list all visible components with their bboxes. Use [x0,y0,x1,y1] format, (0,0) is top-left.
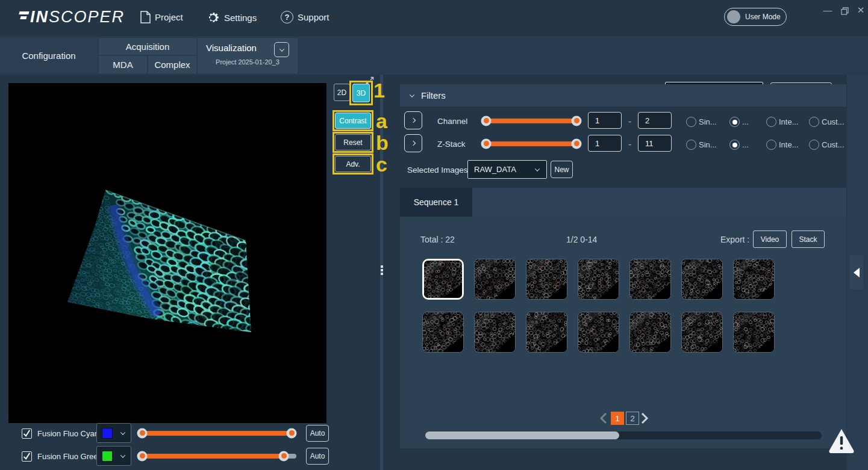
tab-acquisition[interactable]: Acquisition [99,38,196,55]
channel-green-color-dropdown[interactable] [96,446,131,466]
thumbnail-12[interactable] [681,312,723,353]
thumbnail-image [423,312,463,352]
3d-render-viewport[interactable] [8,83,326,423]
zstack-range-slider[interactable] [481,134,581,153]
radio-interval[interactable] [766,140,776,150]
channel-from-input[interactable]: 1 [588,112,622,129]
minimize-button[interactable]: — [821,4,834,17]
menu-settings[interactable]: Settings [206,11,257,25]
tab-bar: Configuration Acquisition MDA Complex Vi… [0,36,868,75]
radio-single[interactable] [686,140,696,150]
thumbnail-6[interactable] [733,259,775,300]
visualization-dropdown-button[interactable] [274,42,289,57]
selected-images-label: Selected Images [407,165,468,175]
annotation-label-b: b [376,132,389,153]
selected-images-value: RAW_DATA [474,165,516,174]
logo-bars-icon [19,11,30,24]
collapse-panel-handle[interactable] [850,255,863,289]
user-mode-knob [727,10,740,23]
tab-complex[interactable]: Complex [148,56,196,73]
thumbnail-image [734,259,774,299]
channel-green-checkbox[interactable] [22,451,32,462]
new-image-set-button[interactable]: New [551,161,573,178]
tab-visualization-label: Visualization [206,43,257,53]
thumbnail-10[interactable] [578,312,619,353]
zstack-expand-button[interactable] [404,134,422,152]
filters-title: Filters [421,90,446,100]
page-info-label: 1/2 0-14 [566,235,597,244]
visualization-project-label: Project 2025-01-20_3 [198,58,298,66]
channel-cyan-auto-button[interactable]: Auto [306,425,329,442]
export-stack-button[interactable]: Stack [792,230,825,248]
channel-cyan-checkbox[interactable] [22,428,32,439]
thumbnail-11[interactable] [629,312,671,353]
channel-filter-label: Channel [437,117,467,126]
zstack-filter-label: Z-Stack [437,140,466,149]
close-button[interactable]: ✕ [854,4,867,17]
page-button-2[interactable]: 2 [626,412,639,425]
page-button-1[interactable]: 1 [611,412,624,425]
thumbnail-2[interactable] [526,259,567,300]
tab-configuration[interactable]: Configuration [0,38,98,73]
thumbnail-1[interactable] [474,259,516,300]
divider-grip-icon[interactable] [379,265,384,275]
selected-images-dropdown[interactable]: RAW_DATA [467,160,547,179]
channel-green-auto-button[interactable]: Auto [306,448,329,465]
thumbnail-image [526,312,567,352]
thumbnail-9[interactable] [526,312,567,353]
channel-cyan-level-slider[interactable] [137,423,296,443]
restore-button[interactable] [838,5,851,19]
menu-project-label: Project [155,12,183,22]
radio-all[interactable] [729,117,740,127]
thumbnail-image [424,261,462,298]
thumbnail-4[interactable] [629,259,671,300]
pagination-next[interactable] [640,412,649,427]
scrollbar-thumb[interactable] [425,431,619,439]
channel-to-input[interactable]: 2 [638,112,672,129]
thumbnail-image [734,312,774,352]
thumbnail-3[interactable] [578,259,619,300]
pagination-prev[interactable] [599,412,608,427]
channel-range-slider[interactable] [481,111,581,131]
zstack-from-input[interactable]: 1 [588,135,622,152]
view-2d-button[interactable]: 2D [334,84,350,101]
thumbnail-image [630,259,670,299]
horizontal-scrollbar[interactable] [425,431,822,439]
chevron-down-icon [535,166,540,171]
annotation-box-1 [349,81,373,105]
menu-project[interactable]: Project [140,11,183,23]
user-mode-toggle[interactable]: User Mode [724,8,787,26]
channel-cyan-label: Fusion Fluo Cyan [37,429,99,438]
tab-sequence-1[interactable]: Sequence 1 [400,188,472,217]
export-label: Export : [720,235,749,244]
export-video-button[interactable]: Video [753,230,787,248]
thumbnail-13[interactable] [733,312,775,353]
radio-custom[interactable] [809,140,819,150]
thumbnail-image [630,312,670,352]
thumbnail-5[interactable] [681,259,723,300]
radio-interval[interactable] [766,117,776,127]
menu-support[interactable]: ? Support [281,11,329,23]
thumbnail-image [475,312,515,352]
range-dash: - [628,116,631,127]
annotation-box-c [333,153,373,175]
channel-cyan-color-dropdown[interactable] [96,423,131,443]
inscoper-app-window: INSCOPER Project Settings ? Support User… [0,0,868,470]
thumbnail-0[interactable] [422,259,464,300]
tab-mda[interactable]: MDA [99,56,147,73]
radio-single-label: Sin... [699,117,717,126]
radio-single[interactable] [686,117,696,127]
tab-visualization[interactable]: Visualization Project 2025-01-20_3 [198,38,298,73]
zstack-to-input[interactable]: 11 [638,135,672,152]
radio-custom[interactable] [809,117,819,127]
thumbnail-row-1 [422,259,775,300]
chevron-down-icon [120,430,125,434]
filters-header[interactable]: Filters [400,84,846,107]
radio-all[interactable] [729,140,740,150]
thumbnail-7[interactable] [422,312,464,353]
range-dash: - [628,139,631,150]
thumbnail-8[interactable] [474,312,516,353]
warning-icon[interactable] [828,427,855,456]
channel-expand-button[interactable] [404,111,422,129]
channel-green-level-slider[interactable] [137,446,296,466]
